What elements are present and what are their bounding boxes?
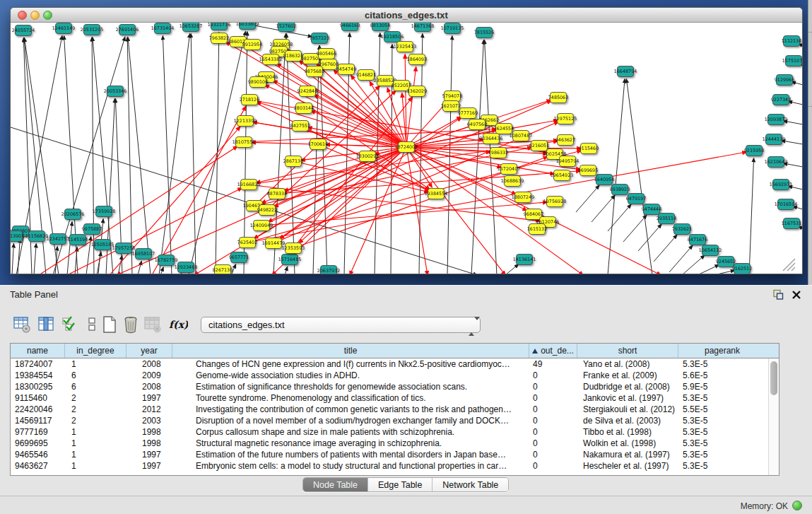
graph-edge[interactable] <box>285 267 288 274</box>
graph-node[interactable]: 12213399 <box>234 116 257 127</box>
graph-node[interactable]: 1527602 <box>276 23 296 32</box>
table-row[interactable]: 969969511998Structural magnetic resonanc… <box>11 438 768 449</box>
graph-node[interactable]: 9313907 <box>11 231 24 242</box>
graph-edge[interactable] <box>284 147 406 191</box>
graph-edge[interactable] <box>698 265 719 274</box>
graph-node[interactable]: 6497568 <box>467 119 487 130</box>
graph-node[interactable]: 17359928 <box>93 206 116 217</box>
graph-node[interactable]: 15720407 <box>498 164 521 175</box>
graph-node[interactable]: 6216051 <box>529 141 549 151</box>
graph-node[interactable]: 20637932 <box>317 266 341 274</box>
graph-edge[interactable] <box>447 36 452 274</box>
graph-node[interactable]: 19384554 <box>425 189 448 199</box>
graph-node[interactable]: 9890106 <box>248 77 268 88</box>
table-vertical-scrollbar[interactable] <box>768 358 779 475</box>
graph-node[interactable]: 18300295 <box>356 151 379 162</box>
function-builder-icon[interactable]: f(x) <box>167 315 188 334</box>
graph-edge[interactable] <box>160 267 163 274</box>
graph-node[interactable]: 8471676 <box>688 235 707 245</box>
graph-node[interactable]: 7625402 <box>237 238 257 248</box>
graph-edge[interactable] <box>626 79 652 274</box>
graph-node[interactable]: 1362029 <box>407 86 427 97</box>
graph-node[interactable]: 9805466 <box>317 49 336 59</box>
table-row[interactable]: 1938455462009Genome-wide association stu… <box>11 370 768 381</box>
graph-node[interactable]: 10719135 <box>441 23 464 34</box>
graph-node[interactable]: 2935114 <box>657 214 676 224</box>
graph-node[interactable]: 9162512 <box>732 264 752 274</box>
window-titlebar[interactable]: citations_edges.txt <box>11 8 802 23</box>
graph-node[interactable]: 9657771 <box>229 252 249 263</box>
graph-node[interactable]: 9498222 <box>257 205 277 216</box>
graph-node[interactable]: 1167531 <box>782 218 801 229</box>
graph-node[interactable]: 7963822 <box>209 33 229 44</box>
graph-node[interactable]: 1615132 <box>527 224 547 235</box>
float-panel-icon[interactable] <box>772 289 784 300</box>
graph-node[interactable]: 19654923 <box>551 170 574 181</box>
graph-node[interactable]: 9242848 <box>298 86 317 97</box>
graph-edge[interactable] <box>623 215 647 242</box>
graph-node[interactable]: 20206576 <box>61 209 85 220</box>
graph-edge[interactable] <box>749 158 754 274</box>
graph-node[interactable]: 18724007 <box>395 142 418 153</box>
graph-edge[interactable] <box>608 204 631 231</box>
graph-edge[interactable] <box>682 255 705 274</box>
tab-network-table[interactable]: Network Table <box>433 478 508 491</box>
graph-node[interactable]: 6479197 <box>626 194 646 204</box>
graph-node[interactable]: 9463627 <box>555 135 575 146</box>
graph-node[interactable]: 16731404 <box>151 23 175 34</box>
graph-node[interactable]: 15692971 <box>770 180 793 190</box>
graph-edge[interactable] <box>406 67 416 147</box>
graph-node[interactable]: 19495794 <box>556 156 579 167</box>
graph-node[interactable]: 19756928 <box>543 197 567 207</box>
graph-node[interactable]: 10653287 <box>180 23 203 32</box>
graph-node[interactable]: 7986332 <box>488 148 508 158</box>
graph-node[interactable]: 24055724 <box>12 25 35 36</box>
graph-node[interactable]: 14671368 <box>411 23 435 32</box>
deselect-all-icon[interactable] <box>83 315 101 334</box>
tab-edge-table[interactable]: Edge Table <box>368 478 433 491</box>
graph-node[interactable]: 20053346 <box>104 86 127 97</box>
graph-node[interactable]: 12353593 <box>282 243 305 254</box>
graph-node[interactable]: 18107552 <box>233 137 256 148</box>
table-row[interactable]: 977716911998Corpus callosum shape and si… <box>11 426 768 438</box>
graph-node[interactable]: 16543382 <box>259 54 283 65</box>
graph-node[interactable]: 19321736 <box>208 23 231 30</box>
graph-node[interactable]: 16033809 <box>236 23 259 30</box>
graph-edge[interactable] <box>576 185 599 212</box>
graph-edge[interactable] <box>638 224 661 251</box>
graph-node[interactable]: 8427552 <box>290 121 310 132</box>
graph-node[interactable]: 2867130 <box>283 156 303 167</box>
graph-node[interactable]: 17016504 <box>775 199 798 210</box>
graph-node[interactable]: 19218506 <box>381 32 404 42</box>
graph-node[interactable]: 16648794 <box>614 66 637 77</box>
resize-grip-icon[interactable] <box>783 259 795 271</box>
graph-node[interactable]: 12923468 <box>175 262 198 273</box>
table-selector-dropdown[interactable]: citations_edges.txt <box>201 317 481 333</box>
graph-node[interactable]: 12325413 <box>394 42 417 52</box>
graph-node[interactable]: 9699695 <box>578 165 598 176</box>
graph-node[interactable]: 8878334 <box>267 189 287 199</box>
table-settings-icon[interactable] <box>13 315 31 334</box>
graph-edge[interactable] <box>273 117 461 243</box>
graph-edge[interactable] <box>138 262 141 274</box>
graph-node[interactable]: 7932621 <box>672 224 692 235</box>
graph-node[interactable]: 15751074 <box>782 56 802 66</box>
column-header-title[interactable]: title <box>172 344 529 358</box>
graph-edge[interactable] <box>505 264 518 274</box>
graph-edge[interactable] <box>159 34 190 274</box>
graph-node[interactable]: 14136141 <box>513 255 536 265</box>
graph-node[interactable]: 1864093 <box>407 54 427 65</box>
graph-edge[interactable] <box>191 34 196 274</box>
graph-node[interactable]: 12505185 <box>91 240 114 250</box>
graph-edge[interactable] <box>92 37 94 274</box>
graph-edge[interactable] <box>152 107 246 274</box>
graph-node[interactable]: 9875685 <box>305 66 324 77</box>
graph-node[interactable]: 12461149 <box>52 23 76 34</box>
graph-node[interactable]: 7857223 <box>310 33 329 44</box>
graph-node[interactable]: 5794078 <box>442 91 462 102</box>
graph-node[interactable]: 9129966 <box>775 75 794 86</box>
graph-edge[interactable] <box>34 244 36 274</box>
graph-node[interactable]: 12342757 <box>47 234 70 245</box>
graph-node[interactable]: 12975125 <box>554 114 577 124</box>
graph-node[interactable]: 10688639 <box>501 176 524 187</box>
